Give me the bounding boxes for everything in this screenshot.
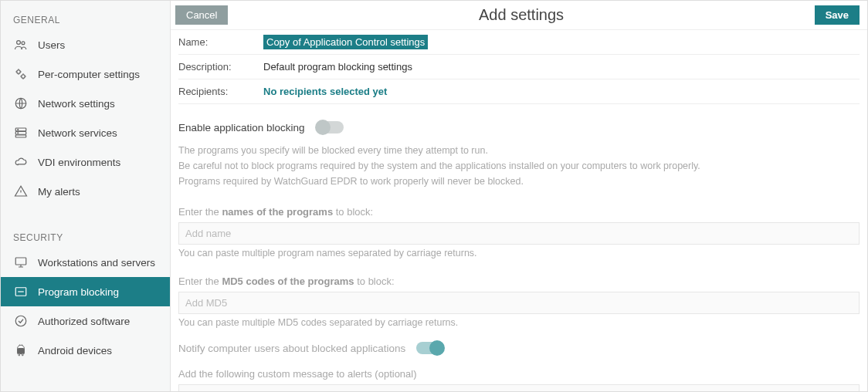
enable-blocking-label: Enable application blocking <box>178 122 305 133</box>
sidebar-item-workstations-servers[interactable]: Workstations and servers <box>1 248 170 277</box>
globe-icon <box>13 96 29 111</box>
sidebar-section-general: GENERAL <box>1 7 170 30</box>
save-button[interactable]: Save <box>815 5 860 25</box>
name-value[interactable]: Copy of Application Control settings <box>263 36 428 48</box>
server-icon <box>13 125 29 140</box>
sidebar-item-label: VDI environments <box>38 157 120 168</box>
recipients-link[interactable]: No recipients selected yet <box>263 86 387 97</box>
description-label: Description: <box>178 61 248 73</box>
sidebar-item-label: Workstations and servers <box>38 257 155 269</box>
names-field-label: Enter the names of the programs to block… <box>178 206 860 218</box>
custom-message-input[interactable] <box>178 384 860 391</box>
check-circle-icon <box>13 313 29 329</box>
enable-blocking-row: Enable application blocking <box>178 121 860 133</box>
svg-rect-7 <box>15 135 26 137</box>
sidebar-item-label: My alerts <box>38 186 80 198</box>
sidebar-item-authorized-software[interactable]: Authorized software <box>1 306 170 336</box>
description-value[interactable]: Default program blocking settings <box>263 61 412 73</box>
svg-point-1 <box>22 42 25 45</box>
sidebar-item-label: Android devices <box>38 345 112 357</box>
content: Name: Copy of Application Control settin… <box>171 30 867 391</box>
sidebar-item-vdi-environments[interactable]: VDI environments <box>1 147 170 177</box>
topbar: Cancel Add settings Save <box>171 1 867 30</box>
sidebar-item-label: Users <box>38 39 65 51</box>
info-line-3: Programs required by WatchGuard EPDR to … <box>178 174 860 189</box>
cancel-button[interactable]: Cancel <box>175 5 228 25</box>
sidebar-item-network-services[interactable]: Network services <box>1 118 170 147</box>
svg-point-12 <box>15 316 26 326</box>
notify-toggle[interactable] <box>416 342 444 354</box>
info-line-1: The programs you specify will be blocked… <box>178 143 860 158</box>
name-row: Name: Copy of Application Control settin… <box>178 30 860 55</box>
sidebar-item-label: Network services <box>38 127 117 139</box>
names-hint: You can paste multiple program names sep… <box>178 248 860 259</box>
recipients-label: Recipients: <box>178 86 248 97</box>
recipients-row: Recipients: No recipients selected yet <box>178 79 860 104</box>
custom-message-label: Add the following custom message to aler… <box>178 368 860 380</box>
svg-point-9 <box>18 133 19 133</box>
md5-field-label: Enter the MD5 codes of the programs to b… <box>178 275 860 287</box>
svg-point-14 <box>19 346 19 347</box>
main: Cancel Add settings Save Name: Copy of A… <box>171 1 867 391</box>
enable-blocking-toggle[interactable] <box>316 121 344 133</box>
name-value-text: Copy of Application Control settings <box>263 35 428 49</box>
alert-icon <box>13 184 29 199</box>
sidebar-item-users[interactable]: Users <box>1 30 170 59</box>
gears-icon <box>13 66 29 82</box>
description-row: Description: Default program blocking se… <box>178 55 860 79</box>
sidebar-item-program-blocking[interactable]: Program blocking <box>1 277 170 306</box>
sidebar-item-label: Program blocking <box>38 286 119 298</box>
names-input[interactable] <box>178 222 860 245</box>
sidebar-item-my-alerts[interactable]: My alerts <box>1 177 170 206</box>
sidebar: GENERAL Users Per-computer settings Netw… <box>1 1 171 391</box>
svg-point-8 <box>18 129 19 130</box>
sidebar-section-security: SECURITY <box>1 225 170 248</box>
notify-row: Notify computer users about blocked appl… <box>178 342 860 354</box>
md5-hint: You can paste multiple MD5 codes separat… <box>178 317 860 328</box>
users-icon <box>13 37 29 52</box>
svg-point-15 <box>22 346 23 347</box>
svg-point-3 <box>22 75 25 79</box>
sidebar-item-network-settings[interactable]: Network settings <box>1 89 170 118</box>
sidebar-item-per-computer-settings[interactable]: Per-computer settings <box>1 59 170 89</box>
sidebar-item-label: Per-computer settings <box>38 69 140 80</box>
cloud-icon <box>13 154 29 170</box>
sidebar-item-android-devices[interactable]: Android devices <box>1 336 170 365</box>
md5-input[interactable] <box>178 292 860 314</box>
monitor-icon <box>13 255 29 270</box>
sidebar-item-label: Authorized software <box>38 316 130 327</box>
svg-rect-13 <box>18 348 25 354</box>
svg-point-2 <box>17 70 21 74</box>
block-icon <box>13 284 29 299</box>
android-icon <box>13 343 29 358</box>
svg-rect-10 <box>15 258 26 265</box>
svg-point-0 <box>17 41 21 45</box>
name-label: Name: <box>178 36 248 48</box>
sidebar-item-label: Network settings <box>38 98 115 110</box>
page-title: Add settings <box>228 6 814 24</box>
notify-label: Notify computer users about blocked appl… <box>178 343 405 354</box>
info-line-2: Be careful not to block programs require… <box>178 158 860 174</box>
